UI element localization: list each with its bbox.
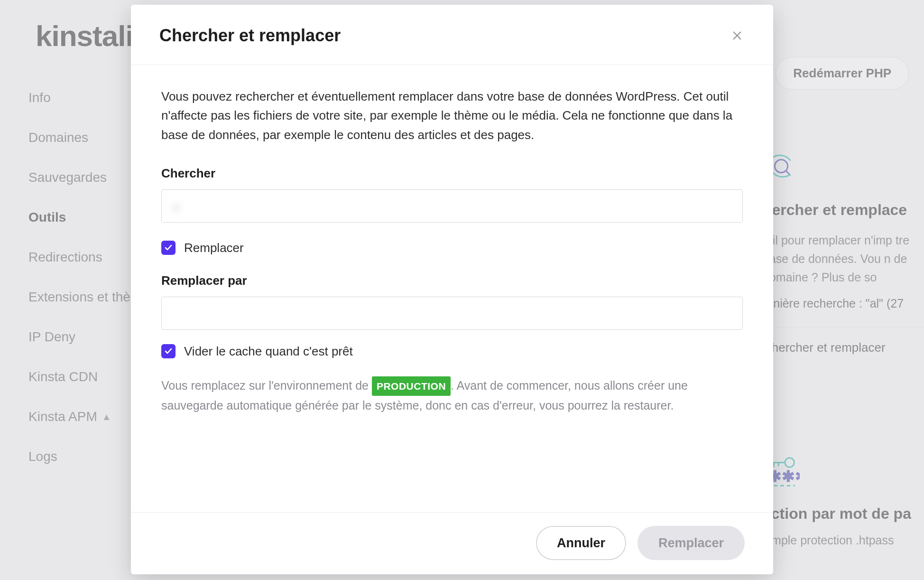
replace-checkbox[interactable] (161, 241, 176, 255)
replace-label: Remplacer par (161, 273, 743, 288)
replace-checkbox-row: Remplacer (161, 241, 743, 255)
close-button[interactable] (730, 28, 745, 43)
warn-pre: Vous remplacez sur l'environnement de (161, 379, 372, 392)
replace-label: Remplacer (658, 536, 724, 551)
redacted-value: ● (173, 200, 180, 215)
modal-footer: Annuler Remplacer (131, 512, 773, 574)
check-icon (165, 347, 172, 355)
modal-body: Vous pouvez rechercher et éventuellement… (131, 65, 773, 512)
close-icon (732, 30, 742, 41)
modal-title: Chercher et remplacer (159, 26, 341, 46)
cancel-label: Annuler (557, 536, 605, 551)
clear-cache-checkbox[interactable] (161, 344, 176, 358)
check-icon (165, 244, 172, 252)
cancel-button[interactable]: Annuler (536, 526, 626, 560)
clear-cache-checkbox-label: Vider le cache quand c'est prêt (184, 344, 353, 359)
replace-input[interactable] (161, 297, 743, 330)
modal-header: Chercher et remplacer (131, 5, 773, 65)
env-badge: PRODUCTION (372, 376, 451, 396)
clear-cache-checkbox-row: Vider le cache quand c'est prêt (161, 344, 743, 359)
modal-intro-text: Vous pouvez rechercher et éventuellement… (161, 87, 743, 144)
search-label: Chercher (161, 166, 743, 181)
replace-checkbox-label: Remplacer (184, 241, 244, 255)
warning-text: Vous remplacez sur l'environnement de PR… (161, 376, 743, 415)
search-replace-modal: Chercher et remplacer Vous pouvez recher… (131, 5, 773, 574)
replace-button[interactable]: Remplacer (638, 526, 745, 560)
search-input[interactable] (161, 189, 743, 223)
